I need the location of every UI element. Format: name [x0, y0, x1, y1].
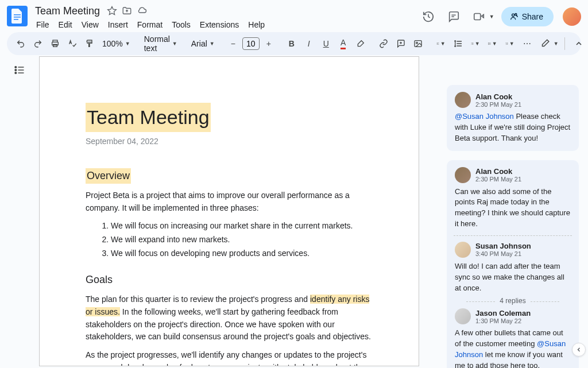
text-color-button[interactable]: A	[335, 36, 351, 52]
cloud-icon[interactable]	[136, 5, 148, 17]
menu-help[interactable]: Help	[244, 18, 269, 32]
menu-insert[interactable]: Insert	[104, 18, 132, 32]
svg-rect-1	[14, 17, 21, 18]
menu-bar: File Edit View Insert Format Tools Exten…	[32, 18, 419, 32]
svg-point-17	[15, 67, 17, 68]
user-avatar[interactable]	[563, 7, 581, 26]
chevron-down-icon[interactable]: ▼	[489, 14, 494, 20]
avatar	[455, 308, 471, 324]
comment-body: @Susan Johnson Please check with Luke if…	[455, 111, 571, 144]
svg-point-18	[15, 69, 17, 71]
overview-list: We will focus on increasing our market s…	[86, 220, 373, 259]
redo-button[interactable]	[30, 36, 46, 52]
comment-time: 2:30 PM May 21	[475, 101, 521, 108]
list-item: We will expand into new markets.	[111, 234, 373, 246]
comment-time: 1:30 PM May 22	[475, 317, 531, 324]
app-header: Team Meeting File Edit View Insert Forma…	[0, 0, 588, 30]
align-button[interactable]: ▼	[433, 36, 449, 52]
goals-heading: Goals	[86, 272, 113, 288]
list-item: We will focus on developing new products…	[111, 247, 373, 259]
decrease-font-button[interactable]: −	[225, 36, 241, 52]
checklist-button[interactable]: ▼	[467, 36, 483, 52]
svg-rect-2	[14, 19, 18, 20]
svg-rect-0	[14, 14, 21, 16]
share-label: Share	[522, 12, 543, 21]
toolbar: 100%▼ Normal text▼ Arial▼ − + B I U A ▼ …	[7, 32, 581, 55]
svg-point-13	[488, 44, 489, 45]
share-button[interactable]: Share	[501, 7, 554, 26]
italic-button[interactable]: I	[301, 36, 317, 52]
chevron-down-icon[interactable]: ▼	[554, 41, 559, 47]
menu-tools[interactable]: Tools	[168, 18, 195, 32]
doc-title-heading: Team Meeting	[86, 103, 211, 132]
svg-rect-8	[53, 44, 57, 47]
star-icon[interactable]	[106, 5, 118, 17]
paint-format-button[interactable]	[82, 36, 98, 52]
svg-point-5	[514, 13, 516, 15]
style-select[interactable]: Normal text▼	[141, 32, 181, 55]
comment-thread[interactable]: Alan Cook 2:30 PM May 21 Can we also add…	[447, 160, 579, 368]
menu-extensions[interactable]: Extensions	[196, 18, 243, 32]
spellcheck-button[interactable]	[64, 36, 80, 52]
svg-text:2: 2	[505, 43, 506, 44]
replies-count[interactable]: 4 replies	[455, 293, 571, 308]
menu-file[interactable]: File	[32, 18, 53, 32]
meet-icon[interactable]	[470, 7, 488, 26]
menu-format[interactable]: Format	[133, 18, 167, 32]
separator	[564, 37, 565, 50]
comment-card[interactable]: Alan Cook 2:30 PM May 21 @Susan Johnson …	[447, 85, 579, 151]
svg-point-11	[488, 42, 489, 43]
bulleted-list-button[interactable]: ▼	[485, 36, 501, 52]
comment-time: 2:30 PM May 21	[475, 176, 521, 183]
outline-toggle-button[interactable]	[10, 61, 29, 79]
doc-date: September 04, 2022	[86, 135, 373, 148]
goals-paragraph-1: The plan for this quarter is to review t…	[86, 293, 373, 343]
font-select[interactable]: Arial▼	[188, 37, 218, 51]
comment-body: Will do! I can add after the team sync s…	[455, 261, 571, 294]
menu-view[interactable]: View	[78, 18, 103, 32]
link-button[interactable]	[376, 36, 392, 52]
highlight-color-button[interactable]	[353, 36, 369, 52]
zoom-select[interactable]: 100%▼	[99, 37, 134, 51]
comment-body: Can we also add some of the points Raj m…	[455, 187, 571, 230]
overview-body: Project Beta is a project that aims to i…	[86, 189, 373, 214]
avatar	[455, 167, 471, 183]
svg-text:3: 3	[505, 44, 506, 45]
comment-time: 3:40 PM May 21	[475, 250, 531, 257]
svg-point-19	[15, 72, 17, 74]
header-main: Team Meeting File Edit View Insert Forma…	[32, 5, 419, 32]
underline-button[interactable]: U	[318, 36, 334, 52]
overview-heading: Overview	[86, 168, 131, 184]
history-icon[interactable]	[419, 7, 438, 26]
more-button[interactable]: ⋯	[519, 36, 535, 52]
print-button[interactable]	[47, 36, 63, 52]
move-icon[interactable]	[121, 5, 133, 17]
avatar	[455, 242, 471, 258]
font-size-input[interactable]	[242, 37, 260, 50]
svg-point-12	[488, 44, 489, 44]
undo-button[interactable]	[13, 36, 29, 52]
bold-button[interactable]: B	[284, 36, 300, 52]
menu-edit[interactable]: Edit	[55, 18, 76, 32]
expand-side-panel-button[interactable]	[572, 343, 586, 357]
collapse-toolbar-button[interactable]	[571, 36, 587, 52]
increase-font-button[interactable]: +	[261, 36, 277, 52]
insert-image-button[interactable]	[410, 36, 426, 52]
comment-author: Alan Cook	[475, 167, 521, 176]
divider	[454, 235, 572, 236]
line-spacing-button[interactable]	[450, 36, 466, 52]
document-content[interactable]: Team Meeting September 04, 2022 Overview…	[40, 57, 419, 366]
header-right: ▼ Share	[419, 5, 581, 26]
comment-icon[interactable]	[444, 7, 463, 26]
goals-paragraph-2: As the project progresses, we'll identif…	[86, 349, 373, 366]
document-page[interactable]: Team Meeting September 04, 2022 Overview…	[39, 56, 419, 366]
avatar	[455, 92, 471, 108]
svg-text:1: 1	[505, 42, 506, 43]
docs-logo[interactable]	[7, 6, 28, 26]
numbered-list-button[interactable]: 123▼	[502, 36, 518, 52]
document-title[interactable]: Team Meeting	[32, 3, 103, 19]
editing-mode-button[interactable]	[536, 36, 554, 52]
add-comment-button[interactable]	[393, 36, 409, 52]
comments-panel: Alan Cook 2:30 PM May 21 @Susan Johnson …	[447, 85, 579, 368]
comment-author: Susan Johnson	[475, 242, 531, 250]
